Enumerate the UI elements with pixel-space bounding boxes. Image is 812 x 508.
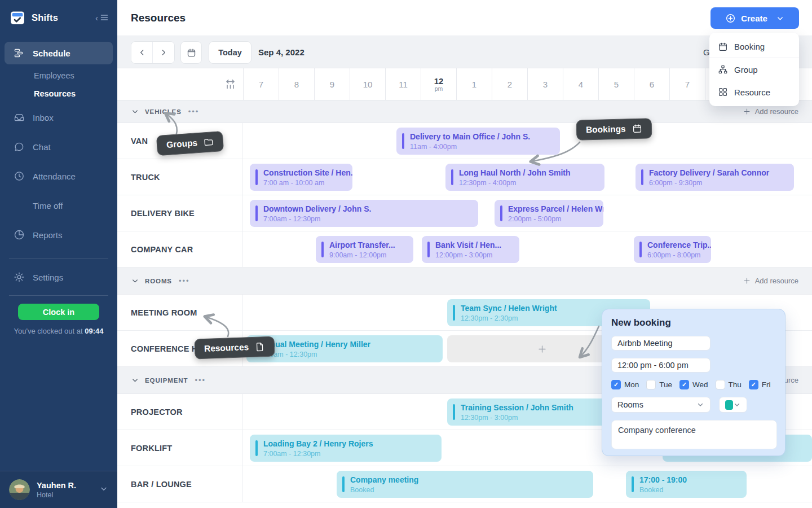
booking-card[interactable]: Factory Delivery / Sarah Connor6:00pm - … [636,164,794,191]
chevron-down-icon [733,401,741,409]
sidebar-collapse-icon[interactable]: ‹ [95,13,109,22]
section-header-vehicles: VEHICLES•••Add resource [117,100,812,123]
create-menu-item-booking[interactable]: Booking [709,36,799,58]
color-select[interactable] [719,397,747,413]
app-window: Shifts ‹ ScheduleEmployeesResourcesInbox… [0,0,812,508]
add-resource-button[interactable]: Add resource [743,277,798,285]
booking-card[interactable]: Airport Transfer...9:00am - 12:00pm [316,236,413,263]
booking-name-input[interactable] [611,336,710,351]
sidebar-subitem-employees[interactable]: Employees [0,67,117,85]
add-resource-button[interactable]: Add resource [743,107,798,116]
chevron-down-icon[interactable] [131,107,139,116]
sidebar-divider-2 [9,295,108,296]
sidebar-item-inbox[interactable]: Inbox [5,106,113,129]
previous-day-button[interactable] [131,41,153,64]
add-resource-label: Add resource [755,107,798,116]
page-header: Resources Create [117,0,812,36]
booking-time: Booked [639,485,741,494]
chevron-down-icon[interactable] [131,376,139,384]
weekday-checkbox-wed[interactable]: ✓Wed [679,380,708,389]
user-profile[interactable]: Yauhen R. Hotel [0,471,117,508]
resource-name: COMPANY CAR [117,231,243,267]
section-menu-dots-icon[interactable]: ••• [195,376,206,384]
next-day-button[interactable] [153,41,174,64]
clocked-out-time: 09:44 [85,327,103,335]
booking-card[interactable]: Long Haul North / John Smith12:30pm - 4:… [445,164,604,191]
booking-card[interactable]: Conference Trip...6:00pm - 8:00pm [634,236,711,263]
clock-icon [14,170,25,182]
booking-accent-bar [453,404,455,420]
booking-note-textarea[interactable]: Company conference [611,420,777,449]
timeline-header: 789101112pm1234567 [117,68,812,100]
page-title: Resources [131,12,186,24]
booking-card[interactable]: Express Parcel / Helen Wr...2:00pm - 5:0… [495,200,603,227]
weekday-checkbox-row: ✓MonTue✓WedThu✓Fri [611,380,776,389]
clocked-out-status: You've clocked out at 09:44 [0,327,117,335]
sitemap-icon [718,64,728,75]
sidebar-subitem-resources[interactable]: Resources [0,85,117,103]
booking-time: 2:00pm - 5:00pm [508,214,598,224]
app-name: Shifts [32,12,95,23]
plane-icon [14,200,25,211]
create-menu-item-group[interactable]: Group [709,58,799,81]
sidebar-item-chat[interactable]: Chat [5,135,113,158]
booking-title: Annual Meeting / Henry Miller [260,339,437,350]
sidebar-item-reports[interactable]: Reports [5,224,113,246]
weekday-checkbox-tue[interactable]: Tue [646,380,672,389]
sidebar-item-time-off[interactable]: Time off [5,194,113,217]
booking-card[interactable]: Construction Site / Hen...7:00 am - 10:0… [250,164,352,191]
category-select[interactable]: Rooms [611,397,710,413]
weekday-checkbox-thu[interactable]: Thu [716,380,742,389]
resource-name: FORKLIFT [117,430,243,466]
calendar-picker-button[interactable] [181,41,201,64]
sidebar-item-attendance[interactable]: Attendance [5,165,113,187]
timeline-hour-12: 12pm [421,68,456,100]
sidebar-item-settings[interactable]: Settings [5,266,113,288]
noon-label: 12 [434,76,444,86]
timeline-hour-3: 3 [527,68,563,100]
booking-card[interactable]: Downtown Delivery / John S.7:00am - 12:3… [250,200,478,227]
section-menu-dots-icon[interactable]: ••• [179,277,190,285]
booking-accent-bar [342,476,345,492]
booking-card[interactable]: Training Session / John Smith12:30pm - 3… [447,398,609,426]
chevron-down-icon[interactable] [131,277,139,285]
booking-card[interactable]: Company meetingBooked [337,471,593,498]
resources-callout: Resources [194,336,275,360]
booking-title: Bank Visit / Hen... [435,240,514,251]
clock-in-button[interactable]: Clock in [18,304,99,320]
sidebar-item-schedule[interactable]: Schedule [5,42,113,64]
create-menu-item-resource[interactable]: Resource [709,81,799,103]
resource-name: MEETING ROOM [117,295,243,330]
timeline-hour-4: 4 [563,68,598,100]
booking-time-input[interactable] [611,358,710,373]
create-button-label: Create [741,14,767,23]
booking-title: Factory Delivery / Sarah Connor [649,168,788,178]
sidebar-item-label: Schedule [33,49,70,58]
section-menu-dots-icon[interactable]: ••• [188,107,200,116]
booking-title: Express Parcel / Helen Wr... [508,204,598,214]
create-button[interactable]: Create [710,7,799,29]
sidebar-settings-slot: Settings [0,266,117,288]
callout-label: Groups [166,138,197,150]
resource-name: DELIVERY BIKE [117,195,243,231]
booking-card[interactable]: Loading Bay 2 / Henry Rojers7:00am - 12:… [250,435,442,462]
booking-accent-bar [641,169,643,185]
weekday-label: Tue [659,380,672,389]
booking-accent-bar [255,440,258,456]
user-role: Hotel [37,491,92,499]
timeline-hour-2: 2 [492,68,527,100]
date-toolbar: Today Sep 4, 2022 G [117,36,812,68]
timeline-hour-5: 5 [598,68,634,100]
booking-card[interactable]: 17:00 - 19:00Booked [626,471,747,498]
booking-card[interactable]: Annual Meeting / Henry Miller7:00am - 12… [246,335,443,362]
weekday-checkbox-fri[interactable]: ✓Fri [749,380,771,389]
booking-card[interactable]: Delivery to Main Office / John S.11am - … [396,128,560,155]
weekday-checkbox-mon[interactable]: ✓Mon [611,380,639,389]
column-resize-icon[interactable] [224,78,236,92]
avatar [9,479,30,500]
booking-card[interactable]: Bank Visit / Hen...12:00pm - 3:00pm [422,236,519,263]
sidebar-item-label: Attendance [33,172,76,181]
booking-title: Airport Transfer... [329,240,408,251]
today-button[interactable]: Today [209,41,251,64]
section-name: EQUIPMENT [145,377,188,384]
